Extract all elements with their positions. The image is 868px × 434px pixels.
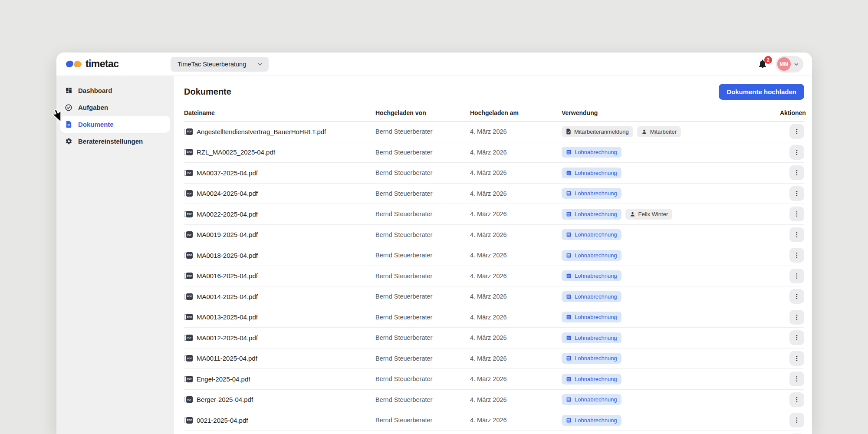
- row-actions-button[interactable]: [789, 310, 804, 325]
- actions-cell: [780, 186, 804, 201]
- pdf-file-icon: PDF: [184, 355, 193, 362]
- row-actions-button[interactable]: [789, 145, 804, 160]
- table-row: PDFMA0011-2025-04.pdfBernd Steuerberater…: [184, 349, 804, 369]
- kebab-menu-icon: [793, 190, 800, 197]
- pdf-file-icon: PDF: [184, 396, 193, 403]
- table-row: PDFRZL_MA0025_2025-04.pdfBernd Steuerber…: [184, 142, 804, 163]
- row-actions-button[interactable]: [789, 248, 804, 263]
- sidebar: DashboardAufgabenDokumenteBeratereinstel…: [56, 76, 174, 434]
- document-icon: [65, 121, 72, 128]
- file-name: Angestelltendienstvertrag_BauerHoHRLT.pd…: [197, 128, 326, 135]
- uploaded-at-cell: 4. März 2026: [470, 355, 562, 362]
- sidebar-item-beratereinstellungen[interactable]: Beratereinstellungen: [60, 133, 170, 150]
- sidebar-item-aufgaben[interactable]: Aufgaben: [60, 99, 170, 116]
- kebab-menu-icon: [793, 293, 800, 300]
- usage-badge: Lohnabrechnung: [562, 312, 621, 322]
- uploaded-at-cell: 4. März 2026: [470, 210, 562, 217]
- kebab-menu-icon: [793, 375, 800, 382]
- pdf-file-icon: PDF: [184, 335, 193, 341]
- row-actions-button[interactable]: [789, 351, 804, 366]
- usage-badge: Mitarbeiter: [637, 126, 681, 137]
- kebab-menu-icon: [793, 169, 800, 176]
- usage-badge-label: Lohnabrechnung: [575, 149, 617, 155]
- usage-cell: Lohnabrechnung: [562, 374, 780, 385]
- payroll-icon: [566, 314, 572, 320]
- sidebar-item-dashboard[interactable]: Dashboard: [60, 82, 170, 99]
- upload-documents-button[interactable]: Dokumente hochladen: [719, 84, 804, 100]
- table-row: PDFAngestelltendienstvertrag_BauerHoHRLT…: [184, 122, 804, 142]
- actions-cell: [780, 227, 804, 242]
- check-circle-icon: [65, 104, 72, 112]
- row-actions-button[interactable]: [789, 186, 804, 201]
- file-name-cell: PDFEngel-2025-04.pdf: [184, 375, 375, 383]
- file-name-cell: PDFBerger-2025-04.pdf: [184, 396, 375, 403]
- file-name-cell: PDFMA0013-2025-04.pdf: [184, 313, 375, 321]
- main-content: Dokumente Dokumente hochladen Dateiname …: [174, 76, 812, 434]
- kebab-menu-icon: [793, 252, 800, 259]
- uploaded-at-cell: 4. März 2026: [470, 190, 562, 197]
- usage-badge-label: Felix Winter: [638, 211, 668, 217]
- payroll-icon: [566, 273, 572, 279]
- pdf-file-icon: PDF: [184, 314, 193, 320]
- file-name: Engel-2025-04.pdf: [197, 375, 250, 383]
- payroll-icon: [566, 170, 572, 176]
- gear-icon: [65, 138, 72, 145]
- usage-cell: Lohnabrechnung: [562, 147, 780, 158]
- file-name-cell: PDFMA0011-2025-04.pdf: [184, 355, 375, 362]
- uploaded-at-cell: 4. März 2026: [470, 375, 562, 382]
- row-actions-button[interactable]: [789, 227, 804, 242]
- row-actions-button[interactable]: [789, 289, 804, 304]
- actions-cell: [780, 351, 804, 366]
- column-header-uploaded-at: Hochgeladen am: [470, 109, 562, 116]
- row-actions-button[interactable]: [789, 207, 804, 221]
- row-actions-button[interactable]: [789, 330, 804, 345]
- usage-cell: Lohnabrechnung: [562, 250, 780, 261]
- brand-logo: timetac: [56, 58, 171, 70]
- workspace-selector[interactable]: TimeTac Steuerberatung: [171, 57, 269, 72]
- person-icon: [630, 211, 635, 217]
- uploaded-at-cell: 4. März 2026: [470, 149, 562, 156]
- file-name: Berger-2025-04.pdf: [197, 396, 253, 403]
- pdf-file-icon: PDF: [184, 170, 193, 176]
- file-name-cell: PDFMA0022-2025-04.pdf: [184, 210, 375, 218]
- uploaded-at-cell: 4. März 2026: [470, 252, 562, 259]
- row-actions-button[interactable]: [789, 372, 804, 386]
- user-menu[interactable]: MM: [776, 56, 803, 72]
- usage-cell: LohnabrechnungFelix Winter: [562, 209, 780, 220]
- table-row: PDF0021-2025-04.pdfBernd Steuerberater4.…: [184, 410, 804, 431]
- top-bar: timetac TimeTac Steuerberatung 2 MM: [56, 53, 812, 76]
- row-actions-button[interactable]: [789, 269, 804, 283]
- table-row: PDFEngel-2025-04.pdfBernd Steuerberater4…: [184, 369, 804, 390]
- table-body: PDFAngestelltendienstvertrag_BauerHoHRLT…: [184, 122, 804, 434]
- column-header-uploaded-by: Hochgeladen von: [375, 109, 470, 116]
- row-actions-button[interactable]: [789, 124, 804, 139]
- actions-cell: [780, 372, 804, 386]
- usage-badge: Lohnabrechnung: [562, 353, 621, 364]
- row-actions-button[interactable]: [789, 392, 804, 407]
- file-name: MA0037-2025-04.pdf: [197, 169, 258, 177]
- pdf-file-icon: PDF: [184, 231, 193, 238]
- usage-badge-label: Lohnabrechnung: [575, 396, 617, 403]
- payroll-icon: [566, 232, 572, 237]
- actions-cell: [780, 269, 804, 283]
- actions-cell: [780, 124, 804, 139]
- sidebar-item-dokumente[interactable]: Dokumente: [60, 116, 170, 133]
- pdf-file-icon: PDF: [184, 149, 193, 155]
- notifications-button[interactable]: 2: [757, 59, 769, 70]
- kebab-menu-icon: [793, 231, 800, 238]
- usage-cell: Lohnabrechnung: [562, 332, 780, 343]
- table-row: PDFMA0018-2025-04.pdfBernd Steuerberater…: [184, 245, 804, 266]
- table-row: PDFMA0019-2025-04.pdfBernd Steuerberater…: [184, 225, 804, 246]
- actions-cell: [780, 289, 804, 304]
- row-actions-button[interactable]: [789, 165, 804, 180]
- table-row: PDFMA0022-2025-04.pdfBernd Steuerberater…: [184, 204, 804, 225]
- usage-badge-label: Lohnabrechnung: [575, 293, 617, 300]
- pdf-file-icon: PDF: [184, 190, 193, 197]
- usage-badge: Lohnabrechnung: [562, 229, 621, 240]
- usage-badge: Lohnabrechnung: [562, 291, 621, 302]
- pdf-file-icon: PDF: [184, 128, 193, 135]
- kebab-menu-icon: [793, 355, 800, 362]
- row-actions-button[interactable]: [789, 413, 804, 427]
- uploaded-by-cell: Bernd Steuerberater: [375, 334, 470, 341]
- payroll-icon: [566, 149, 572, 155]
